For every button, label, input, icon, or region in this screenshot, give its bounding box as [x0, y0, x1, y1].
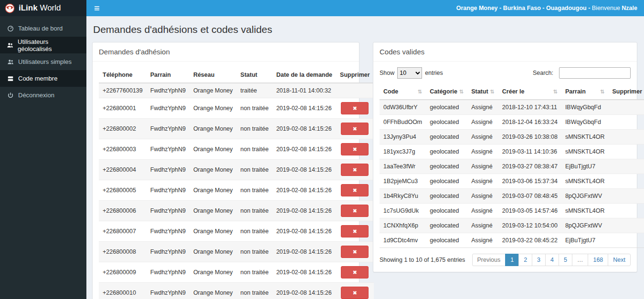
- cell-statut: non traitée: [237, 262, 273, 283]
- cell-parrain: sMNSKTL4OR: [561, 130, 609, 144]
- search-control: Search:: [533, 67, 631, 79]
- delete-request-button[interactable]: ✖: [341, 123, 369, 135]
- delete-request-button[interactable]: ✖: [341, 184, 369, 196]
- cell-categorie: geolocated: [426, 144, 467, 159]
- cell-supprimer-empty: [609, 159, 644, 174]
- cell-statut: Assigné: [467, 233, 498, 248]
- search-label: Search:: [533, 70, 553, 76]
- pagination-previous[interactable]: Previous: [472, 254, 506, 266]
- delete-request-button[interactable]: ✖: [341, 266, 369, 278]
- cell-categorie: geolocated: [426, 218, 467, 233]
- cell-reseau: Orange Money: [190, 119, 237, 139]
- cell-categorie: geolocated: [426, 115, 467, 130]
- sidebar-item-member-code[interactable]: Code membre: [0, 70, 86, 87]
- welcome-label: Bienvenue: [592, 5, 620, 11]
- brand-text: iLink World: [19, 3, 61, 13]
- cell-statut: Assigné: [467, 174, 498, 189]
- cell-date: 2018-11-01 14:00:32: [273, 83, 336, 98]
- cell-statut: Assigné: [467, 100, 498, 115]
- col-categorie[interactable]: Catégorie⇅: [426, 84, 467, 100]
- pagination-next[interactable]: Next: [608, 254, 631, 266]
- cell-categorie: geolocated: [426, 189, 467, 204]
- cell-supprimer-empty: [609, 233, 644, 248]
- pagination-page-4[interactable]: 4: [545, 254, 559, 266]
- sort-icon: ⇅: [459, 89, 464, 95]
- cell-creer: 2019-03-05 14:57:46: [498, 204, 561, 218]
- cell-creer: 2019-03-12 10:54:00: [498, 218, 561, 233]
- users-icon: [7, 59, 14, 65]
- app-logo[interactable]: iLink World: [0, 0, 86, 16]
- sidebar-item-dashboard[interactable]: Tableau de bord: [0, 20, 86, 37]
- power-icon: [7, 92, 14, 99]
- menu-toggle-icon[interactable]: ≡: [86, 0, 107, 16]
- cell-reseau: Orange Money: [190, 139, 237, 160]
- cell-code: 0dW36UfbrY: [380, 100, 426, 115]
- cell-date: 2019-02-08 14:15:26: [273, 262, 336, 283]
- search-input[interactable]: [559, 67, 631, 79]
- cell-parrain: FwdhzYphN9: [147, 201, 190, 221]
- cell-supprimer-empty: [336, 83, 374, 98]
- pagination-page-2[interactable]: 2: [518, 254, 532, 266]
- delete-request-button[interactable]: ✖: [341, 287, 369, 299]
- cell-parrain: IBWqyGbqFd: [561, 100, 609, 115]
- cell-parrain: 8pQJGFxtWV: [561, 218, 609, 233]
- cell-statut: non traitée: [237, 139, 273, 160]
- col-parrain[interactable]: Parrain⇅: [561, 84, 609, 100]
- delete-request-button[interactable]: ✖: [341, 205, 369, 217]
- globe-logo-icon: [5, 3, 15, 13]
- cell-parrain: FwdhzYphN9: [147, 83, 190, 98]
- delete-request-button[interactable]: ✖: [341, 102, 369, 114]
- gauge-icon: [7, 25, 14, 32]
- sort-icon: ⇅: [418, 89, 422, 95]
- table-row: 1c7sUG9dUk geolocated Assigné 2019-03-05…: [380, 204, 644, 218]
- delete-request-button[interactable]: ✖: [341, 164, 369, 176]
- col-supprimer[interactable]: Supprimer⇅: [609, 84, 644, 100]
- table-row: +226800009 FwdhzYphN9 Orange Money non t…: [99, 262, 374, 283]
- sort-icon: ⇅: [553, 89, 558, 95]
- cell-supprimer-empty: [609, 189, 644, 204]
- cell-creer: 2019-03-11 14:10:36: [498, 144, 561, 159]
- cell-categorie: geolocated: [426, 204, 467, 218]
- cell-date: 2019-02-08 14:15:26: [273, 242, 336, 262]
- cell-telephone: +226800006: [99, 201, 147, 221]
- col-statut[interactable]: Statut⇅: [467, 84, 498, 100]
- sidebar-item-geolocated-users[interactable]: Utilisateurs géolocalisés: [0, 37, 86, 53]
- cell-telephone: +226800007: [99, 221, 147, 242]
- adhesion-panel: Demandes d'adhésion Téléphone Parrain Ré…: [92, 42, 359, 299]
- table-row: 1CNXhfqX6p geolocated Assigné 2019-03-12…: [380, 218, 644, 233]
- cell-date: 2019-02-08 14:15:26: [273, 283, 336, 299]
- delete-request-button[interactable]: ✖: [341, 225, 369, 237]
- cell-parrain: FwdhzYphN9: [147, 139, 190, 160]
- col-creer-le[interactable]: Créer le⇅: [498, 84, 561, 100]
- pagination-page-168[interactable]: 168: [588, 254, 608, 266]
- cell-supprimer-empty: [609, 130, 644, 144]
- cell-reseau: Orange Money: [190, 83, 237, 98]
- page-length-select[interactable]: 10: [397, 67, 422, 79]
- table-row: +22677600139 FwdhzYphN9 Orange Money tra…: [99, 83, 374, 98]
- adhesion-panel-title: Demandes d'adhésion: [93, 42, 359, 62]
- sidebar-item-logout[interactable]: Déconnexion: [0, 87, 86, 103]
- col-code[interactable]: Code⇅: [380, 84, 426, 100]
- delete-request-button[interactable]: ✖: [341, 143, 369, 155]
- codes-panel-title: Codes valides: [373, 42, 637, 62]
- cell-statut: traitée: [237, 83, 273, 98]
- adhesion-header-row: Téléphone Parrain Réseau Statut Date de …: [99, 67, 374, 83]
- cell-parrain: sMNSKTL4OR: [561, 144, 609, 159]
- cell-parrain: 8pQJGFxtWV: [561, 189, 609, 204]
- cell-telephone: +226800004: [99, 160, 147, 180]
- sidebar-item-simple-users[interactable]: Utilisateurs simples: [0, 53, 86, 70]
- pagination-page-5[interactable]: 5: [559, 254, 572, 266]
- cell-code: 0FFhBudOOm: [380, 115, 426, 130]
- cell-telephone: +226800008: [99, 242, 147, 262]
- delete-request-button[interactable]: ✖: [341, 246, 369, 258]
- table-row: +226800002 FwdhzYphN9 Orange Money non t…: [99, 119, 374, 139]
- pagination-page-3[interactable]: 3: [532, 254, 546, 266]
- pagination-page-1[interactable]: 1: [505, 254, 519, 266]
- cell-categorie: geolocated: [426, 130, 467, 144]
- cell-telephone: +226800009: [99, 262, 147, 283]
- adhesion-table: Téléphone Parrain Réseau Statut Date de …: [99, 67, 374, 299]
- sort-icon: ⇅: [490, 89, 495, 95]
- cell-date: 2019-02-08 14:15:26: [273, 221, 336, 242]
- cell-creer: 2019-03-22 08:45:22: [498, 233, 561, 248]
- col-supprimer: Supprimer: [336, 67, 374, 83]
